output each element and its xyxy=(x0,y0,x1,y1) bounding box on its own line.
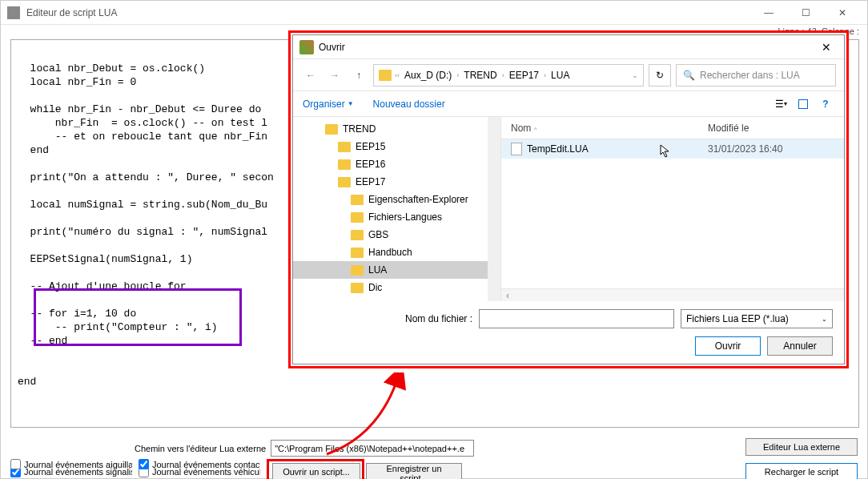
nav-bar: ← → ↑ ‹‹ Aux_D (D:) › TREND › EEP17 › LU… xyxy=(293,59,844,91)
chevron-right-icon: › xyxy=(456,71,459,79)
external-editor-label: Chemin vers l'éditeur Lua externe xyxy=(135,444,266,453)
breadcrumb[interactable]: ‹‹ Aux_D (D:) › TREND › EEP17 › LUA ⌄ xyxy=(373,64,644,87)
tree-label: GBS xyxy=(368,229,388,240)
file-row[interactable]: TempEdit.LUA 31/01/2023 16:40 xyxy=(501,139,844,159)
search-placeholder: Rechercher dans : LUA xyxy=(700,70,800,81)
folder-icon xyxy=(351,230,364,240)
col-modified[interactable]: Modifié le xyxy=(708,123,844,134)
file-modified: 31/01/2023 16:40 xyxy=(708,143,844,155)
dialog-title: Ouvrir xyxy=(319,42,815,53)
tree-label: Fichiers-Langues xyxy=(368,211,442,223)
help-button[interactable]: ? xyxy=(817,95,834,113)
folder-icon xyxy=(351,283,364,293)
tree-item[interactable]: EEP15 xyxy=(293,138,500,155)
search-input[interactable]: 🔍 Rechercher dans : LUA xyxy=(676,64,836,87)
bottom-panel: Chemin vers l'éditeur Lua externe Editeu… xyxy=(10,440,858,472)
view-mode-button[interactable]: ☰ ▾ xyxy=(772,95,790,113)
filetype-filter[interactable]: Fichiers Lua EEP (*.lua)⌄ xyxy=(681,309,833,328)
tree-label: TREND xyxy=(343,123,376,135)
chevron-down-icon: ▼ xyxy=(348,100,354,107)
chevron-right-icon: › xyxy=(544,71,546,79)
tree-label: LUA xyxy=(368,264,387,276)
close-button[interactable]: ✕ xyxy=(824,1,861,25)
file-icon xyxy=(511,143,522,155)
dialog-open-button[interactable]: Ouvrir xyxy=(695,336,761,356)
open-script-button[interactable]: Ouvrir un script... xyxy=(272,463,360,479)
file-list: Nom ^ Modifié le TempEdit.LUA 31/01/2023… xyxy=(501,117,844,301)
dialog-cancel-button[interactable]: Annuler xyxy=(767,336,833,356)
filename-input[interactable] xyxy=(479,309,674,328)
nav-forward-button[interactable]: → xyxy=(325,66,344,85)
tree-item[interactable]: TREND xyxy=(293,120,500,138)
tree-label: Eigenschaften-Explorer xyxy=(368,194,468,205)
search-icon: 🔍 xyxy=(683,70,695,81)
minimize-button[interactable]: — xyxy=(750,1,787,25)
reload-script-button[interactable]: Recharger le script xyxy=(745,463,858,479)
log-contacts-label: Journal événements contacts xyxy=(152,460,260,469)
cursor-icon xyxy=(660,144,671,159)
log-contacts-checkbox[interactable] xyxy=(139,459,149,469)
annotation-arrow xyxy=(320,372,416,461)
tree-scrollbar[interactable] xyxy=(488,117,500,301)
tree-item[interactable]: Fichiers-Langues xyxy=(293,208,500,226)
folder-icon xyxy=(351,265,364,276)
main-titlebar: Editeur de script LUA — ☐ ✕ xyxy=(1,1,867,25)
breadcrumb-seg-3[interactable]: LUA xyxy=(548,70,573,81)
purple-highlight xyxy=(34,288,242,346)
tree-item[interactable]: LUA xyxy=(293,261,500,279)
chevron-down-icon[interactable]: ⌄ xyxy=(632,71,638,79)
nav-up-button[interactable]: ↑ xyxy=(349,66,368,85)
breadcrumb-chevron: ‹‹ xyxy=(395,71,400,79)
filename-label: Nom du fichier : xyxy=(304,313,472,324)
col-name[interactable]: Nom ^ xyxy=(501,123,708,134)
preview-pane-button[interactable] xyxy=(794,95,812,113)
breadcrumb-seg-1[interactable]: TREND xyxy=(460,70,500,81)
breadcrumb-seg-0[interactable]: Aux_D (D:) xyxy=(401,70,455,81)
tree-label: EEP16 xyxy=(356,159,385,170)
open-dialog: Ouvrir ✕ ← → ↑ ‹‹ Aux_D (D:) › TREND › E… xyxy=(292,34,845,364)
folder-tree[interactable]: TRENDEEP15EEP16EEP17Eigenschaften-Explor… xyxy=(293,117,501,301)
tree-item[interactable]: Eigenschaften-Explorer xyxy=(293,191,500,208)
folder-icon xyxy=(325,124,338,135)
tree-item[interactable]: GBS xyxy=(293,226,500,244)
horizontal-scrollbar[interactable]: ‹ xyxy=(501,288,844,301)
dialog-icon xyxy=(299,40,314,54)
tree-label: EEP17 xyxy=(356,176,385,187)
folder-icon xyxy=(351,195,364,205)
tree-item[interactable]: Handbuch xyxy=(293,244,500,261)
chevron-down-icon: ⌄ xyxy=(822,316,827,323)
tree-item[interactable]: EEP17 xyxy=(293,173,500,191)
chevron-right-icon: › xyxy=(502,71,504,79)
window-title: Editeur de script LUA xyxy=(26,7,750,18)
maximize-button[interactable]: ☐ xyxy=(787,1,824,25)
app-icon xyxy=(7,6,20,19)
log-switches-checkbox[interactable] xyxy=(10,459,21,469)
folder-icon xyxy=(338,177,351,187)
folder-icon xyxy=(379,70,392,81)
external-editor-button[interactable]: Editeur Lua externe xyxy=(745,438,858,456)
dialog-titlebar: Ouvrir ✕ xyxy=(293,35,844,59)
breadcrumb-seg-2[interactable]: EEP17 xyxy=(506,70,542,81)
tree-label: Dic xyxy=(368,282,382,293)
folder-icon xyxy=(351,248,364,258)
tree-label: EEP15 xyxy=(356,141,385,152)
open-dialog-highlight: Ouvrir ✕ ← → ↑ ‹‹ Aux_D (D:) › TREND › E… xyxy=(288,30,849,368)
dialog-footer: Nom du fichier : Fichiers Lua EEP (*.lua… xyxy=(293,301,844,364)
folder-icon xyxy=(338,142,351,152)
list-header: Nom ^ Modifié le xyxy=(501,117,844,139)
log-switches-label: Journal événements aiguillag xyxy=(24,460,132,469)
tree-item[interactable]: EEP16 xyxy=(293,155,500,173)
refresh-button[interactable]: ↻ xyxy=(649,64,671,87)
tree-item[interactable]: Dic xyxy=(293,279,500,296)
dialog-toolbar: Organiser▼ Nouveau dossier ☰ ▾ ? xyxy=(293,91,844,117)
nav-back-button[interactable]: ← xyxy=(301,66,320,85)
file-name: TempEdit.LUA xyxy=(527,143,589,155)
tree-label: Handbuch xyxy=(368,247,412,258)
folder-icon xyxy=(338,159,351,170)
folder-icon xyxy=(351,212,364,223)
new-folder-button[interactable]: Nouveau dossier xyxy=(373,99,445,110)
save-script-button[interactable]: Enregistrer un script... xyxy=(366,463,462,479)
dialog-close-button[interactable]: ✕ xyxy=(815,36,838,58)
organize-menu[interactable]: Organiser▼ xyxy=(303,99,354,110)
